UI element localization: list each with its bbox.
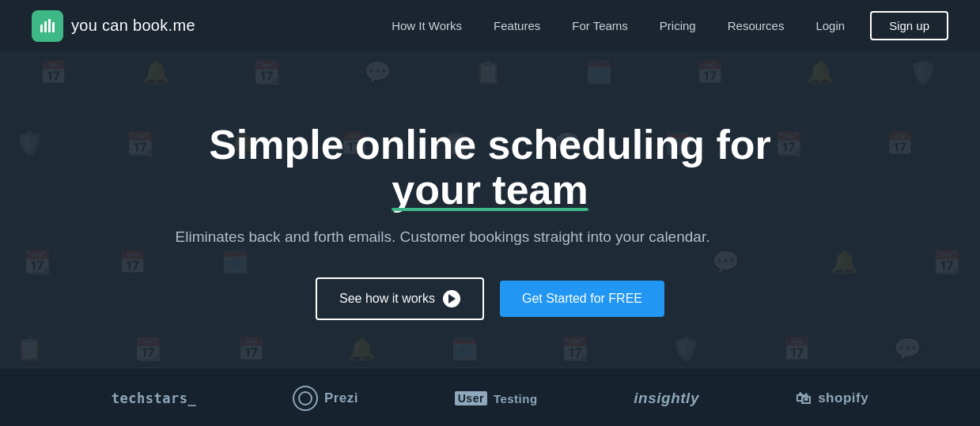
navbar: you can book.me How It Works Features Fo… — [0, 0, 980, 51]
bg-icon-8: 🔔 — [807, 59, 834, 85]
hero-title-highlight: your team — [392, 168, 588, 213]
nav-pricing[interactable]: Pricing — [647, 13, 709, 39]
bg-icon-7: 📅 — [696, 59, 724, 85]
usertesting-box-icon: User — [455, 391, 487, 405]
bg-icon-32: 📅 — [783, 336, 811, 362]
bg-icon-3: 📆 — [253, 59, 281, 85]
get-started-button[interactable]: Get Started for FREE — [500, 281, 664, 317]
usertesting-label: Testing — [494, 392, 538, 405]
hero-section: 📅 🔔 📆 💬 📋 🗓️ 📅 🔔 🛡️ 🛡️ 📆 🔔 📅 📋 💬 🗓️ 📆 📅 … — [0, 51, 980, 368]
bg-icon-6: 🗓️ — [585, 59, 613, 85]
bg-icon-11: 📆 — [127, 130, 154, 156]
bg-icon-5: 📋 — [475, 59, 502, 85]
bg-icon-28: 🔔 — [348, 336, 376, 362]
bg-icon-23: 🔔 — [831, 249, 858, 275]
prezi-label: Prezi — [324, 390, 358, 406]
bg-icon-4: 💬 — [364, 59, 392, 85]
hero-title-part1: Simple online scheduling for — [209, 122, 771, 168]
bg-icon-24: 📆 — [933, 249, 961, 275]
see-how-label: See how it works — [339, 292, 435, 306]
bg-icon-31: 🛡️ — [672, 336, 700, 362]
partners-bar: techstars_ Prezi User Testing insightly … — [0, 368, 980, 426]
svg-rect-1 — [44, 21, 47, 32]
bg-icon-20: 📅 — [119, 249, 146, 275]
see-how-button[interactable]: See how it works — [316, 277, 484, 320]
shopify-bag-icon: 🛍 — [796, 390, 812, 408]
svg-rect-0 — [40, 25, 43, 32]
bg-icon-25: 📋 — [16, 336, 44, 362]
insightly-label: insightly — [634, 390, 699, 407]
bg-icon-33: 💬 — [894, 336, 921, 362]
partner-insightly: insightly — [634, 390, 699, 407]
partner-shopify: 🛍 shopify — [796, 390, 868, 408]
techstars-label: techstars_ — [112, 390, 196, 406]
bg-icon-30: 📆 — [562, 336, 589, 362]
bg-icon-26: 📆 — [134, 336, 162, 362]
nav-links: How It Works Features For Teams Pricing … — [379, 11, 948, 40]
bg-icon-19: 📆 — [24, 249, 51, 275]
partner-usertesting: User Testing — [455, 391, 538, 405]
prezi-circle-icon — [293, 386, 318, 411]
bg-icon-1: 📅 — [40, 59, 67, 85]
hero-subtitle: Eliminates back and forth emails. Custom… — [174, 228, 712, 246]
bg-icon-9: 🛡️ — [910, 59, 937, 85]
logo-icon — [32, 10, 63, 42]
hero-title: Simple online scheduling for your team — [174, 123, 807, 213]
svg-rect-3 — [52, 22, 55, 32]
bg-icon-29: 🗓️ — [451, 336, 479, 362]
play-icon — [443, 290, 460, 307]
nav-features[interactable]: Features — [481, 13, 553, 39]
nav-for-teams[interactable]: For Teams — [559, 13, 641, 39]
logo-area[interactable]: you can book.me — [32, 10, 195, 42]
nav-resources[interactable]: Resources — [715, 13, 797, 39]
shopify-label: shopify — [818, 390, 868, 406]
svg-rect-2 — [48, 19, 51, 32]
bg-icon-27: 📅 — [237, 336, 265, 362]
bg-icon-2: 🔔 — [142, 59, 170, 85]
partner-prezi: Prezi — [293, 386, 358, 411]
logo-svg — [38, 17, 57, 36]
nav-signup-button[interactable]: Sign up — [870, 11, 948, 40]
nav-login[interactable]: Login — [803, 13, 857, 39]
nav-how-it-works[interactable]: How It Works — [379, 13, 475, 39]
bg-icon-18: 📅 — [886, 130, 914, 156]
partner-techstars: techstars_ — [112, 390, 196, 406]
hero-content: Simple online scheduling for your team E… — [174, 123, 807, 320]
bg-icon-10: 🛡️ — [16, 130, 44, 156]
logo-text: you can book.me — [71, 17, 195, 35]
hero-buttons: See how it works Get Started for FREE — [174, 277, 807, 320]
